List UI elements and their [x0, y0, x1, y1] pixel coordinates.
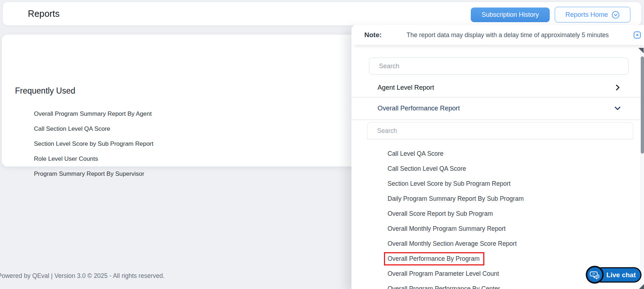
reports-dropdown-panel: Note: The report data may display with a…	[351, 25, 644, 289]
category-search-input[interactable]	[368, 123, 633, 139]
frequently-used-heading: Frequently Used	[15, 86, 75, 96]
category-agent-level-report[interactable]: Agent Level Report	[351, 78, 644, 97]
note-banner: Note: The report data may display with a…	[351, 25, 644, 45]
close-icon[interactable]: ✕	[634, 31, 641, 39]
report-link[interactable]: Call Section Level QA Score	[388, 161, 623, 176]
report-link[interactable]: Daily Program Summary Report By Sub Prog…	[388, 191, 623, 206]
report-link[interactable]: Call Level QA Score	[388, 146, 623, 161]
category-label: Overall Performance Report	[378, 104, 460, 112]
frequently-used-report-link[interactable]: Program Summary Report By Supervisor	[34, 166, 154, 181]
category-overall-performance-report[interactable]: Overall Performance Report	[351, 97, 644, 120]
sub-search-box	[367, 122, 633, 139]
category-label: Agent Level Report	[378, 84, 434, 91]
live-chat-button[interactable]: Live chat	[586, 266, 643, 284]
frequently-used-report-link[interactable]: Section Level Score by Sub Program Repor…	[34, 136, 154, 151]
frequently-used-report-link[interactable]: Overall Program Summary Report By Agent	[34, 106, 154, 121]
reports-home-button[interactable]: Reports Home	[555, 7, 630, 23]
footer-copyright: Powered by QEval | Version 3.0 © 2025 - …	[0, 272, 165, 280]
frequently-used-report-link[interactable]: Role Level User Counts	[34, 151, 154, 166]
reports-home-label: Reports Home	[565, 11, 608, 19]
chat-bubbles-icon	[586, 266, 604, 284]
note-label: Note:	[364, 31, 382, 39]
page-title: Reports	[28, 9, 60, 19]
report-link[interactable]: Section Level Score by Sub Program Repor…	[388, 176, 623, 191]
chevron-right-icon	[614, 84, 621, 91]
note-message: The report data may display with a delay…	[382, 31, 634, 39]
subscription-history-button[interactable]: Subscription History	[471, 8, 550, 22]
header-bar: Reports Subscription History Reports Hom…	[3, 2, 641, 25]
frequently-used-list: Overall Program Summary Report By Agent …	[34, 106, 154, 181]
scrollbar-thumb[interactable]	[641, 56, 644, 154]
frequently-used-card: Frequently Used Overall Program Summary …	[2, 35, 371, 166]
reports-page: Reports Subscription History Reports Hom…	[0, 0, 644, 289]
search-input[interactable]	[369, 58, 629, 75]
report-link[interactable]: Overall Performance By Program	[388, 251, 623, 266]
live-chat-label: Live chat	[606, 271, 636, 279]
frequently-used-report-link[interactable]: Call Section Level QA Score	[34, 121, 154, 136]
report-link[interactable]: Overall Monthly Program Summary Report	[388, 221, 623, 236]
report-link[interactable]: Overall Score Report by Sub Program	[388, 206, 623, 221]
chevron-down-icon	[614, 105, 621, 112]
report-link[interactable]: Overall Monthly Section Average Score Re…	[388, 236, 623, 251]
chevron-down-circle-icon	[611, 11, 620, 19]
